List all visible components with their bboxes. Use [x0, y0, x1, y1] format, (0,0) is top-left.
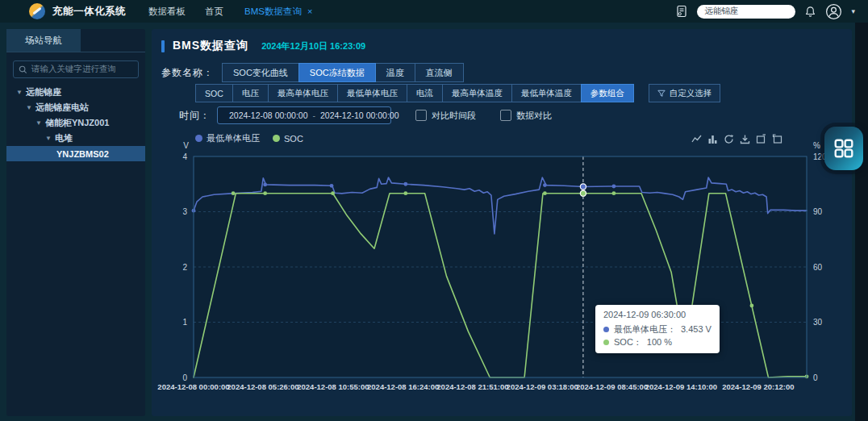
param-tab-group: SOC变化曲线 SOC冻结数据 温度 直流侧 — [222, 63, 464, 82]
app-logo-icon — [29, 3, 45, 19]
station-select[interactable]: 远能锦座 — [697, 5, 795, 19]
sidebar: 场站导航 请输入关键字进行查询 ▼ 远能锦座 ▼ 远能锦座电站 ▼ 储能柜YNJ… — [6, 29, 145, 416]
chart-tooltip: 2024-12-09 06:30:00 最低单体电压： 3.453 V SOC：… — [595, 305, 720, 353]
tree-caret-icon[interactable]: ▼ — [45, 135, 52, 142]
custom-select-button[interactable]: 自定义选择 — [649, 84, 721, 102]
subtab-current[interactable]: 电流 — [407, 84, 443, 102]
compare-period-checkbox[interactable]: 对比时间段 — [415, 110, 476, 122]
svg-text:60: 60 — [813, 263, 823, 272]
tab-dc-side[interactable]: 直流侧 — [415, 63, 464, 82]
svg-text:2024-12-09 20:12:00: 2024-12-09 20:12:00 — [722, 382, 794, 391]
data-compare-checkbox[interactable]: 数据对比 — [500, 110, 552, 122]
apps-grid-icon — [833, 138, 854, 159]
date-start-value[interactable]: 2024-12-08 00:00:00 — [229, 110, 308, 120]
date-end-value[interactable]: 2024-12-10 00:00:00 — [320, 110, 399, 120]
page-title: BMS数据查询 — [173, 39, 248, 53]
svg-text:V: V — [183, 141, 189, 150]
panel-title-row: BMS数据查询 2024年12月10日 16:23:09 — [161, 39, 365, 53]
svg-text:2024-12-08 05:26:00: 2024-12-08 05:26:00 — [227, 382, 298, 391]
tree-caret-icon[interactable]: ▼ — [26, 104, 32, 111]
svg-text:2024-12-09 14:10:00: 2024-12-09 14:10:00 — [645, 382, 717, 391]
subtab-max-cell-temp[interactable]: 最高单体温度 — [442, 84, 512, 102]
time-label: 时间： — [179, 109, 211, 123]
chevron-down-icon[interactable]: ▾ — [851, 7, 855, 15]
tab-station-nav[interactable]: 场站导航 — [6, 29, 81, 52]
tree-caret-icon[interactable]: ▼ — [35, 119, 42, 127]
station-tree: ▼ 远能锦座 ▼ 远能锦座电站 ▼ 储能柜YNJZ001 ▼ 电堆 YNJZBM… — [6, 85, 145, 161]
report-icon[interactable] — [675, 5, 688, 18]
tree-node-cabinet[interactable]: ▼ 储能柜YNJZ001 — [6, 115, 145, 131]
svg-text:2: 2 — [182, 263, 187, 272]
tree-node-stack[interactable]: ▼ 电堆 — [6, 131, 145, 146]
custom-select-label: 自定义选择 — [670, 88, 712, 99]
topbar-right: 远能锦座 ▾ — [675, 3, 868, 20]
svg-text:0: 0 — [182, 373, 187, 382]
tab-soc-curve[interactable]: SOC变化曲线 — [222, 63, 299, 82]
line-chart[interactable]: 012340306090120V%2024-12-08 00:00:002024… — [152, 126, 852, 410]
bell-icon[interactable] — [804, 6, 816, 18]
title-accent-bar — [161, 40, 165, 52]
time-row: 时间： 2024-12-08 00:00:00 - 2024-12-10 00:… — [179, 106, 552, 124]
apps-launcher-button[interactable] — [824, 127, 863, 170]
svg-text:2024-12-08 16:24:00: 2024-12-08 16:24:00 — [367, 382, 439, 391]
menu-item-dashboard[interactable]: 数据看板 — [148, 6, 186, 18]
svg-text:2024-12-08 00:00:00: 2024-12-08 00:00:00 — [157, 382, 229, 391]
svg-text:2024-12-08 21:51:00: 2024-12-08 21:51:00 — [436, 382, 508, 391]
sidebar-search[interactable]: 请输入关键字进行查询 — [13, 60, 139, 78]
sidebar-search-placeholder: 请输入关键字进行查询 — [31, 64, 116, 75]
svg-text:30: 30 — [813, 318, 823, 327]
tooltip-row-voltage: 最低单体电压： 3.453 V — [603, 323, 712, 336]
date-range-picker[interactable]: 2024-12-08 00:00:00 - 2024-12-10 00:00:0… — [217, 106, 391, 124]
tab-bms-query-label: BMS数据查询 — [244, 6, 302, 18]
tab-bms-query[interactable]: BMS数据查询 × — [244, 6, 312, 18]
tree-caret-icon[interactable]: ▼ — [16, 89, 23, 96]
menu-item-home[interactable]: 首页 — [205, 6, 223, 18]
tree-node-label: 远能锦座 — [26, 86, 61, 98]
sub-param-group: SOC 电压 最高单体电压 最低单体电压 电流 最高单体温度 最低单体温度 参数… — [195, 84, 634, 102]
date-separator: - — [313, 110, 316, 120]
subtab-voltage[interactable]: 电压 — [232, 84, 269, 102]
svg-text:0: 0 — [813, 373, 818, 382]
tree-node-label: 储能柜YNJZ001 — [45, 117, 109, 129]
compare-period-label: 对比时间段 — [432, 110, 476, 122]
tooltip-row-soc: SOC： 100 % — [603, 336, 712, 348]
tree-node-label: 远能锦座电站 — [35, 102, 89, 114]
tab-close-icon[interactable]: × — [307, 6, 312, 16]
svg-text:1: 1 — [182, 318, 187, 327]
tab-temperature[interactable]: 温度 — [375, 63, 415, 82]
checkbox-icon[interactable] — [500, 110, 511, 121]
svg-text:2024-12-09 03:18:00: 2024-12-09 03:18:00 — [507, 382, 578, 391]
station-select-value: 远能锦座 — [704, 6, 738, 17]
tooltip-label: SOC： — [614, 336, 642, 348]
svg-text:90: 90 — [813, 207, 823, 216]
tooltip-label: 最低单体电压： — [614, 323, 676, 336]
checkbox-icon[interactable] — [415, 110, 427, 121]
sub-param-row: SOC 电压 最高单体电压 最低单体电压 电流 最高单体温度 最低单体温度 参数… — [195, 84, 720, 102]
tooltip-value: 100 % — [647, 336, 672, 348]
search-icon — [19, 65, 27, 74]
topbar: 充能一体化系统 数据看板 首页 BMS数据查询 × 远能锦座 ▾ — [0, 0, 868, 23]
filter-funnel-icon — [657, 90, 666, 98]
subtab-min-cell-temp[interactable]: 最低单体温度 — [511, 84, 582, 102]
svg-text:2024-12-08 10:55:00: 2024-12-08 10:55:00 — [297, 382, 369, 391]
subtab-soc[interactable]: SOC — [195, 84, 233, 102]
sidebar-tabs: 场站导航 — [6, 29, 145, 52]
tooltip-dot-blue — [603, 327, 609, 332]
svg-text:4: 4 — [182, 152, 187, 161]
tree-node-bms-selected[interactable]: YNJZBMS02 — [6, 146, 145, 161]
tree-node-plant[interactable]: ▼ 远能锦座电站 — [6, 100, 145, 115]
tree-node-label: 电堆 — [55, 132, 73, 144]
svg-text:%: % — [813, 141, 820, 150]
page-right-strip — [855, 23, 868, 421]
subtab-param-combo[interactable]: 参数组合 — [581, 84, 634, 102]
tab-soc-frozen[interactable]: SOC冻结数据 — [298, 63, 376, 82]
subtab-max-cell-voltage[interactable]: 最高单体电压 — [268, 84, 338, 102]
subtab-min-cell-voltage[interactable]: 最低单体电压 — [337, 84, 407, 102]
tooltip-value: 3.453 V — [681, 323, 712, 336]
current-timestamp: 2024年12月10日 16:23:09 — [261, 40, 365, 52]
param-label: 参数名称： — [161, 66, 214, 80]
tree-node-station-group[interactable]: ▼ 远能锦座 — [6, 85, 145, 100]
main-panel: BMS数据查询 2024年12月10日 16:23:09 参数名称： SOC变化… — [152, 29, 852, 416]
data-compare-label: 数据对比 — [516, 110, 552, 122]
avatar-icon[interactable] — [825, 3, 842, 20]
